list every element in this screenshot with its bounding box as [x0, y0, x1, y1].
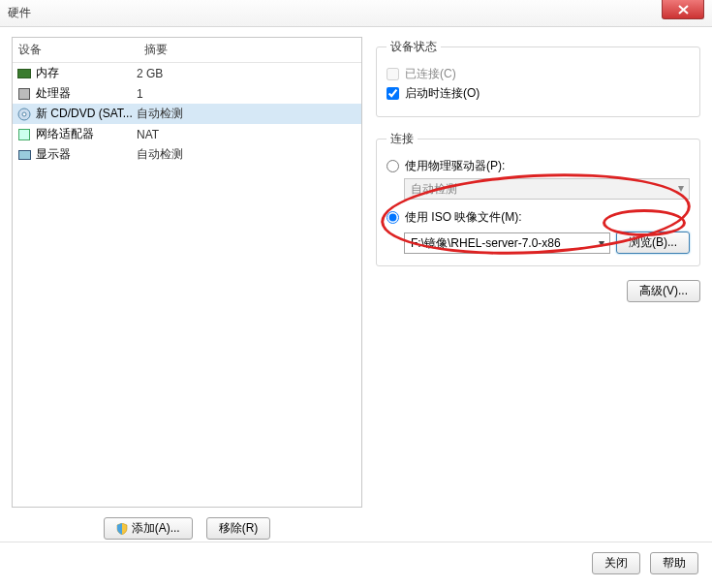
- connect-on-power-label[interactable]: 启动时连接(O): [387, 85, 690, 102]
- shield-icon: [116, 523, 128, 535]
- help-button[interactable]: 帮助: [650, 552, 698, 574]
- remove-button[interactable]: 移除(R): [206, 517, 271, 540]
- use-iso-text: 使用 ISO 映像文件(M):: [405, 209, 522, 226]
- browse-button[interactable]: 浏览(B)...: [616, 232, 690, 254]
- add-button[interactable]: 添加(A)...: [104, 517, 193, 540]
- device-row-display[interactable]: 显示器 自动检测: [13, 144, 361, 165]
- header-device: 设备: [13, 38, 139, 62]
- device-name: 新 CD/DVD (SAT...: [36, 106, 133, 122]
- use-physical-text: 使用物理驱动器(P):: [405, 158, 505, 174]
- use-iso-radio[interactable]: [387, 211, 399, 224]
- use-iso-radio-label[interactable]: 使用 ISO 映像文件(M):: [387, 209, 690, 226]
- add-button-label: 添加(A)...: [132, 520, 180, 537]
- device-row-cpu[interactable]: 处理器 1: [13, 83, 361, 104]
- dialog-content: 设备 摘要 内存 2 GB 处理器 1 新 CD/DVD (SAT... 自动检…: [0, 27, 712, 540]
- connected-text: 已连接(C): [405, 66, 456, 82]
- device-row-cddvd[interactable]: 新 CD/DVD (SAT... 自动检测: [13, 104, 361, 124]
- device-status-group: 设备状态 已连接(C) 启动时连接(O): [376, 39, 700, 117]
- connect-on-power-checkbox[interactable]: [387, 87, 399, 100]
- physical-drive-combo: 自动检测: [404, 178, 690, 200]
- device-summary: 自动检测: [137, 106, 357, 122]
- help-button-label: 帮助: [663, 555, 686, 572]
- device-name: 网络适配器: [36, 126, 94, 142]
- close-button-label: 关闭: [604, 555, 628, 572]
- remove-button-label: 移除(R): [219, 520, 259, 537]
- device-summary: 自动检测: [137, 146, 357, 163]
- browse-button-label: 浏览(B)...: [629, 234, 677, 251]
- connection-group: 连接 使用物理驱动器(P): 自动检测 使用 ISO 映像文件(M): F:\镜…: [376, 131, 700, 266]
- device-list: 设备 摘要 内存 2 GB 处理器 1 新 CD/DVD (SAT... 自动检…: [12, 37, 362, 508]
- window-title: 硬件: [8, 5, 31, 21]
- dialog-footer: 关闭 帮助: [0, 542, 712, 584]
- use-physical-radio[interactable]: [387, 160, 399, 172]
- connection-legend: 连接: [387, 131, 418, 147]
- device-name: 内存: [36, 65, 59, 81]
- use-physical-radio-label[interactable]: 使用物理驱动器(P):: [387, 158, 690, 174]
- connect-on-power-text: 启动时连接(O): [405, 85, 480, 102]
- advanced-button[interactable]: 高级(V)...: [627, 280, 700, 302]
- device-name: 处理器: [36, 85, 71, 102]
- cpu-icon: [16, 86, 32, 102]
- device-row-network[interactable]: 网络适配器 NAT: [13, 124, 361, 144]
- memory-icon: [16, 66, 32, 81]
- device-summary: 1: [137, 87, 357, 101]
- device-buttons: 添加(A)... 移除(R): [12, 508, 362, 540]
- device-summary: 2 GB: [137, 67, 357, 80]
- svg-point-1: [22, 112, 26, 116]
- device-list-header: 设备 摘要: [13, 38, 361, 63]
- header-summary: 摘要: [139, 38, 361, 62]
- device-summary: NAT: [137, 128, 357, 141]
- disc-icon: [16, 107, 32, 122]
- device-status-legend: 设备状态: [387, 39, 441, 55]
- connected-checkbox-label: 已连接(C): [387, 66, 690, 82]
- close-icon: [678, 5, 689, 15]
- advanced-button-label: 高级(V)...: [639, 283, 688, 299]
- close-window-button[interactable]: [662, 0, 704, 19]
- iso-path-combo[interactable]: F:\镜像\RHEL-server-7.0-x86: [404, 232, 610, 254]
- iso-path-value: F:\镜像\RHEL-server-7.0-x86: [411, 236, 561, 250]
- network-icon: [16, 127, 32, 142]
- physical-drive-value: 自动检测: [411, 182, 457, 196]
- monitor-icon: [16, 147, 32, 163]
- title-bar: 硬件: [0, 0, 712, 27]
- close-button[interactable]: 关闭: [592, 552, 640, 574]
- hardware-panel: 设备 摘要 内存 2 GB 处理器 1 新 CD/DVD (SAT... 自动检…: [12, 37, 362, 540]
- settings-panel: 设备状态 已连接(C) 启动时连接(O) 连接 使用物理驱动器(P): 自动检测…: [376, 37, 700, 540]
- connected-checkbox: [387, 68, 399, 80]
- device-row-memory[interactable]: 内存 2 GB: [13, 63, 361, 83]
- device-name: 显示器: [36, 146, 71, 163]
